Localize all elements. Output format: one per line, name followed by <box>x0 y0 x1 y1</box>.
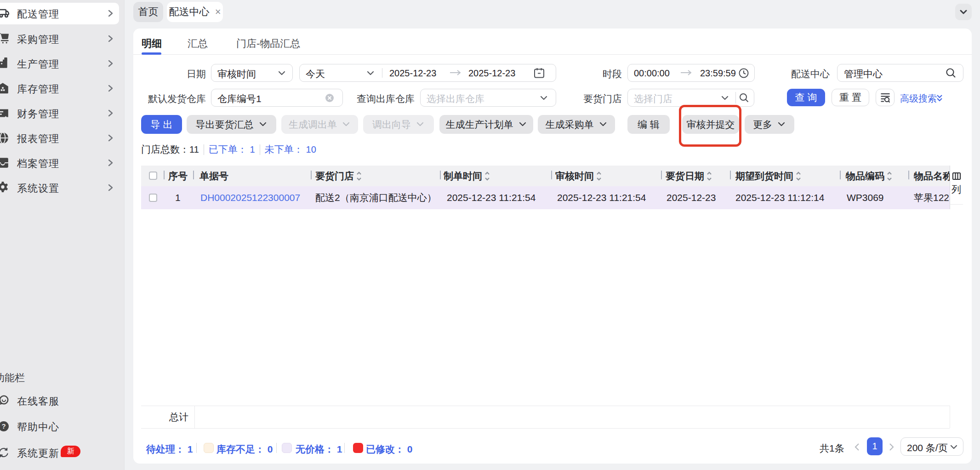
svg-text:?: ? <box>1 422 6 430</box>
